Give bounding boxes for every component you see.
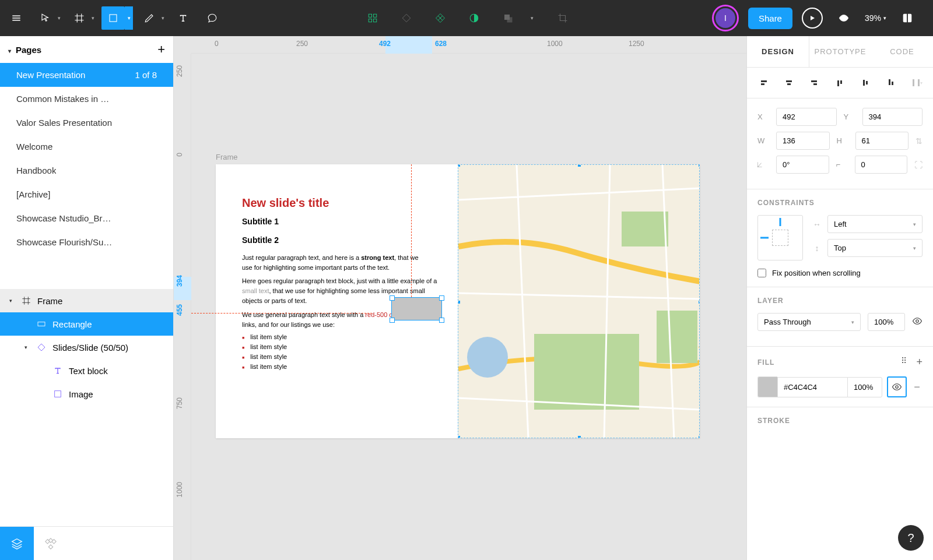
left-panel: ▾Pages + New Presentation1 of 8Common Mi… bbox=[0, 36, 174, 560]
svg-point-12 bbox=[467, 337, 508, 378]
frame-tool-icon[interactable] bbox=[68, 6, 91, 30]
reset-instance-icon[interactable] bbox=[395, 6, 418, 30]
radius-input[interactable] bbox=[855, 156, 908, 174]
page-item[interactable]: Handbook bbox=[0, 159, 173, 182]
comment-tool-icon[interactable] bbox=[201, 6, 224, 30]
share-button[interactable]: Share bbox=[748, 8, 792, 29]
layer-item[interactable]: Image bbox=[0, 382, 173, 406]
svg-rect-16 bbox=[458, 165, 460, 167]
shape-tool-icon[interactable] bbox=[101, 6, 125, 30]
crop-icon[interactable] bbox=[551, 6, 574, 30]
link-wh-icon[interactable]: ⇅ bbox=[916, 136, 923, 146]
horizontal-constraint-icon: ↔ bbox=[812, 220, 822, 229]
page-item[interactable]: [Archive] bbox=[0, 182, 173, 206]
user-avatar[interactable]: I bbox=[712, 5, 739, 31]
layer-item[interactable]: ▾Frame bbox=[0, 289, 173, 312]
page-item[interactable]: Showcase Nstudio_Br… bbox=[0, 206, 173, 230]
pages-header[interactable]: ▾Pages + bbox=[0, 36, 173, 63]
x-input[interactable] bbox=[776, 108, 837, 126]
constraint-h-dropdown[interactable]: Left▾ bbox=[827, 215, 923, 233]
list-item: list item style bbox=[242, 353, 287, 360]
add-page-icon[interactable]: + bbox=[157, 42, 165, 57]
tab-code[interactable]: CODE bbox=[871, 36, 933, 67]
union-icon[interactable] bbox=[496, 6, 520, 30]
text-icon bbox=[52, 365, 63, 376]
canvas[interactable]: 0 250 492 628 1000 1250 250 0 394 455 75… bbox=[174, 36, 746, 560]
page-item[interactable]: Showcase Flourish/Su… bbox=[0, 230, 173, 254]
frame-label[interactable]: Frame bbox=[216, 153, 238, 161]
fill-hex-input[interactable] bbox=[777, 377, 847, 397]
move-tool-caret[interactable]: ▾ bbox=[55, 15, 63, 21]
boolean-caret[interactable]: ▾ bbox=[528, 15, 536, 21]
layer-item[interactable]: Text block bbox=[0, 359, 173, 382]
layer-item[interactable]: Rectangle bbox=[0, 312, 173, 336]
add-fill-icon[interactable]: + bbox=[916, 356, 923, 368]
text-tool-icon[interactable] bbox=[171, 6, 195, 30]
fill-visibility-icon[interactable] bbox=[887, 376, 907, 397]
menu-icon[interactable] bbox=[5, 6, 28, 30]
fix-position-checkbox[interactable]: Fix position when scrolling bbox=[757, 269, 923, 277]
page-item[interactable]: Valor Sales Presentation bbox=[0, 111, 173, 135]
svg-point-27 bbox=[896, 386, 899, 389]
svg-rect-0 bbox=[110, 15, 117, 22]
help-button[interactable]: ? bbox=[898, 525, 924, 551]
svg-rect-1 bbox=[369, 14, 372, 17]
slide-image bbox=[458, 164, 700, 438]
fill-swatch[interactable] bbox=[757, 376, 777, 397]
slide-list: list item stylelist item stylelist item … bbox=[242, 333, 287, 373]
horizontal-ruler: 0 250 492 628 1000 1250 bbox=[191, 36, 746, 54]
page-item[interactable]: New Presentation1 of 8 bbox=[0, 63, 173, 87]
move-tool-icon[interactable] bbox=[34, 6, 57, 30]
slide-subtitle-2: Subtitle 2 bbox=[242, 235, 279, 245]
layers-tab-icon[interactable] bbox=[0, 527, 34, 561]
layer-visibility-icon[interactable] bbox=[912, 316, 923, 328]
present-icon[interactable] bbox=[802, 8, 823, 29]
layer-item[interactable]: ▾Slides/Slide (50/50) bbox=[0, 336, 173, 359]
create-component-icon[interactable] bbox=[429, 6, 452, 30]
page-item[interactable]: Common Mistakes in … bbox=[0, 87, 173, 111]
align-vcenter-icon[interactable] bbox=[860, 77, 871, 89]
component-group-icon[interactable] bbox=[361, 6, 384, 30]
svg-rect-2 bbox=[374, 14, 377, 17]
page-item[interactable]: Welcome bbox=[0, 135, 173, 159]
svg-rect-21 bbox=[458, 436, 460, 438]
pen-tool-icon[interactable] bbox=[138, 6, 161, 30]
shape-tool-caret[interactable]: ▾ bbox=[125, 6, 133, 30]
frame-tool-caret[interactable]: ▾ bbox=[89, 15, 97, 21]
tab-prototype[interactable]: PROTOTYPE bbox=[809, 36, 871, 67]
constraint-widget[interactable] bbox=[757, 215, 803, 260]
h-input[interactable] bbox=[855, 132, 909, 150]
pen-tool-caret[interactable]: ▾ bbox=[159, 15, 167, 21]
selected-rectangle[interactable] bbox=[392, 298, 441, 320]
tab-design[interactable]: DESIGN bbox=[747, 36, 809, 67]
distribute-icon[interactable]: ▾ bbox=[911, 77, 923, 89]
svg-rect-24 bbox=[913, 79, 914, 86]
align-bottom-icon[interactable] bbox=[885, 77, 897, 89]
y-input[interactable] bbox=[862, 108, 923, 126]
rotation-input[interactable] bbox=[776, 156, 829, 174]
remove-fill-icon[interactable]: − bbox=[911, 381, 923, 393]
align-top-icon[interactable] bbox=[834, 77, 846, 89]
mask-icon[interactable] bbox=[462, 6, 486, 30]
fill-styles-icon[interactable]: ⠿ bbox=[901, 356, 907, 368]
assets-tab-icon[interactable] bbox=[34, 527, 68, 561]
w-input[interactable] bbox=[776, 132, 830, 150]
artboard-frame[interactable]: New slide's title Subtitle 1 Subtitle 2 … bbox=[216, 164, 700, 438]
top-toolbar: ▾ ▾ ▾ ▾ ▾ I Share 39%▾ bbox=[0, 0, 933, 36]
zoom-dropdown[interactable]: 39%▾ bbox=[865, 13, 886, 23]
view-icon[interactable] bbox=[832, 6, 855, 30]
blend-mode-dropdown[interactable]: Pass Through▾ bbox=[757, 313, 861, 331]
svg-rect-17 bbox=[578, 165, 581, 167]
align-hcenter-icon[interactable] bbox=[783, 77, 795, 89]
layer-opacity-input[interactable] bbox=[868, 313, 905, 331]
svg-rect-9 bbox=[38, 322, 45, 326]
align-left-icon[interactable] bbox=[757, 77, 769, 89]
svg-point-26 bbox=[916, 320, 919, 323]
independent-corners-icon[interactable]: ⛶ bbox=[914, 160, 923, 170]
fill-opacity-input[interactable] bbox=[847, 377, 882, 397]
library-icon[interactable] bbox=[896, 6, 919, 30]
rect-icon bbox=[36, 319, 47, 329]
slide-paragraph-1: Just regular paragraph text, and here is… bbox=[242, 253, 423, 273]
align-right-icon[interactable] bbox=[809, 77, 820, 89]
constraint-v-dropdown[interactable]: Top▾ bbox=[827, 239, 923, 257]
